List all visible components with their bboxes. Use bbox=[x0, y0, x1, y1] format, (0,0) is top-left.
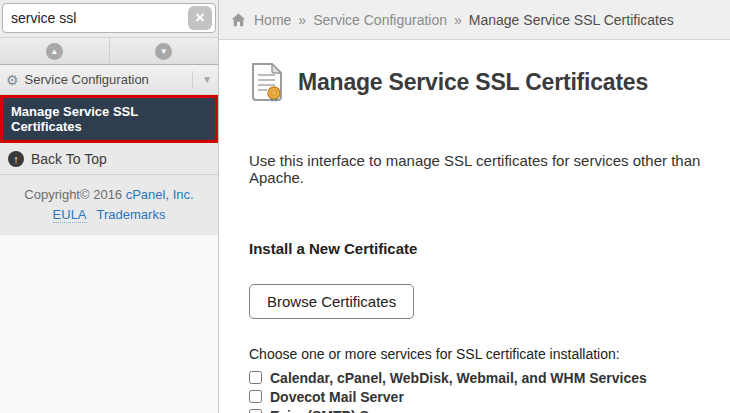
service-checkbox-calendar-cpanel[interactable] bbox=[249, 371, 262, 384]
arrow-up-icon: ▲ bbox=[46, 43, 63, 60]
page-content: Manage Service SSL Certificates Use this… bbox=[219, 40, 730, 413]
sidebar-footer: Copyright© 2016 cPanel, Inc. EULATradema… bbox=[0, 175, 218, 235]
sidebar-item-manage-service-ssl-certificates[interactable]: Manage Service SSL Certificates bbox=[0, 95, 218, 143]
chevron-down-icon: ▼ bbox=[202, 74, 212, 85]
breadcrumb-home[interactable]: Home bbox=[254, 12, 291, 28]
cpanel-inc-link[interactable]: cPanel, Inc. bbox=[126, 187, 194, 202]
service-label: Dovecot Mail Server bbox=[270, 389, 404, 405]
breadcrumb-bar: Home » Service Configuration » Manage Se… bbox=[219, 0, 730, 40]
trademarks-link[interactable]: Trademarks bbox=[97, 207, 166, 222]
gear-icon: ⚙ bbox=[6, 73, 19, 87]
service-checkbox-dovecot[interactable] bbox=[249, 390, 262, 403]
back-to-top-link[interactable]: ↑ Back To Top bbox=[0, 143, 218, 174]
certificate-document-icon bbox=[249, 62, 285, 102]
breadcrumb-current-page: Manage Service SSL Certificates bbox=[469, 12, 674, 28]
breadcrumb: Home » Service Configuration » Manage Se… bbox=[231, 12, 674, 28]
arrow-up-circle-icon: ↑ bbox=[8, 151, 24, 167]
service-checkbox-list: Calendar, cPanel, WebDisk, Webmail, and … bbox=[249, 368, 712, 413]
sidebar: × ▲ ▼ ⚙ Service Configuration ▼ Manage S bbox=[0, 0, 219, 413]
page-title: Manage Service SSL Certificates bbox=[298, 69, 648, 96]
breadcrumb-separator: » bbox=[454, 12, 462, 28]
search-clear-icon[interactable]: × bbox=[188, 6, 212, 30]
arrow-down-icon: ▼ bbox=[155, 43, 172, 60]
sidebar-item-label: Manage Service SSL Certificates bbox=[11, 104, 138, 134]
service-row-exim: Exim (SMTP) Server bbox=[249, 406, 712, 413]
search-result-nav: ▲ ▼ bbox=[0, 38, 218, 65]
search-next-button[interactable]: ▼ bbox=[109, 38, 219, 64]
breadcrumb-separator: » bbox=[298, 12, 306, 28]
breadcrumb-service-configuration[interactable]: Service Configuration bbox=[313, 12, 447, 28]
search-prev-button[interactable]: ▲ bbox=[0, 38, 109, 64]
service-row-dovecot: Dovecot Mail Server bbox=[249, 387, 712, 406]
service-checkbox-exim[interactable] bbox=[249, 409, 262, 413]
service-label: Calendar, cPanel, WebDisk, Webmail, and … bbox=[270, 370, 647, 386]
browse-certificates-button[interactable]: Browse Certificates bbox=[249, 284, 414, 319]
sidebar-search-bar: × bbox=[0, 0, 218, 38]
page-description: Use this interface to manage SSL certifi… bbox=[249, 152, 712, 186]
eula-link[interactable]: EULA bbox=[53, 207, 87, 223]
app-window: × ▲ ▼ ⚙ Service Configuration ▼ Manage S bbox=[0, 0, 730, 413]
install-certificate-heading: Install a New Certificate bbox=[249, 240, 712, 257]
sidebar-section-service-configuration[interactable]: ⚙ Service Configuration ▼ bbox=[0, 65, 218, 95]
service-label: Exim (SMTP) Server bbox=[270, 408, 403, 413]
search-input[interactable] bbox=[2, 3, 216, 33]
service-row-calendar-cpanel: Calendar, cPanel, WebDisk, Webmail, and … bbox=[249, 368, 712, 387]
copyright-text: Copyright© 2016 bbox=[24, 187, 125, 202]
home-icon bbox=[231, 13, 246, 27]
sidebar-section-label: Service Configuration bbox=[25, 72, 149, 87]
main-panel: Home » Service Configuration » Manage Se… bbox=[219, 0, 730, 413]
divider bbox=[192, 71, 193, 89]
choose-services-label: Choose one or more services for SSL cert… bbox=[249, 346, 712, 362]
back-to-top-label: Back To Top bbox=[31, 151, 107, 167]
